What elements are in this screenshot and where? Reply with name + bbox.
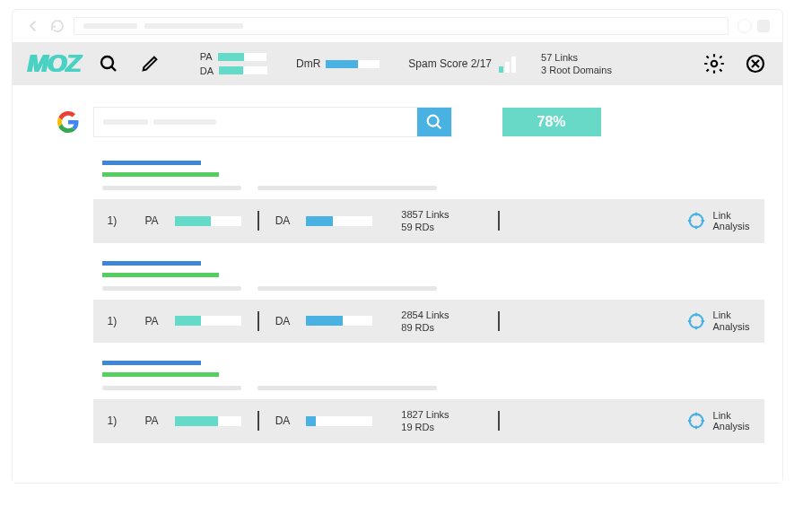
browser-chrome — [13, 10, 782, 42]
result-metrics: 1) PA DA 3857 Links 59 RDs Link Analysis — [93, 199, 764, 243]
target-icon — [686, 211, 706, 231]
divider — [498, 411, 500, 431]
svg-point-6 — [689, 414, 702, 428]
link-analysis-line2: Analysis — [713, 321, 750, 333]
dmr-label: DmR — [296, 57, 320, 70]
link-analysis-line1: Link — [713, 410, 750, 422]
result-pa-label: PA — [145, 315, 159, 327]
url-bar[interactable] — [74, 17, 729, 35]
search-result: 1) PA DA 3857 Links 59 RDs Link Analysis — [57, 161, 746, 243]
result-da-bar — [306, 216, 372, 226]
result-da-label: DA — [275, 414, 291, 427]
target-icon — [686, 311, 706, 331]
link-analysis-button[interactable]: Link Analysis — [686, 210, 750, 232]
result-links-col: 1827 Links 19 RDs — [401, 408, 482, 434]
back-button[interactable] — [25, 18, 41, 34]
da-bar — [219, 66, 267, 74]
result-pa-label: PA — [145, 214, 159, 227]
spam-bars — [499, 55, 516, 73]
result-pa-label: PA — [145, 414, 159, 427]
divider — [257, 311, 259, 331]
result-url-skeleton — [102, 372, 219, 377]
result-title-skeleton — [102, 361, 201, 365]
svg-point-4 — [689, 214, 702, 228]
result-da-label: DA — [275, 214, 291, 227]
target-icon — [686, 411, 706, 431]
result-pa-bar — [175, 416, 241, 426]
svg-point-1 — [711, 61, 717, 67]
result-title-skeleton — [102, 261, 201, 266]
result-desc-skeleton — [102, 186, 746, 190]
moz-logo: MOZ — [27, 49, 80, 78]
result-da-label: DA — [275, 315, 291, 327]
main-content: 78% 1) PA DA 3857 Links 59 RDs Link — [13, 85, 782, 483]
link-analysis-line1: Link — [713, 210, 750, 222]
result-links-col: 2854 Links 89 RDs — [401, 309, 482, 335]
window-control-square[interactable] — [757, 20, 770, 32]
result-links-col: 3857 Links 59 RDs — [401, 208, 482, 234]
result-links: 2854 Links — [401, 309, 482, 321]
search-input[interactable] — [94, 108, 417, 136]
result-metrics: 1) PA DA 1827 Links 19 RDs Link Analysis — [93, 399, 764, 443]
link-analysis-line2: Analysis — [713, 421, 750, 432]
divider — [257, 211, 259, 231]
pencil-icon[interactable] — [137, 51, 162, 76]
chrome-controls — [737, 19, 770, 33]
search-submit-button[interactable] — [417, 108, 451, 136]
result-rds: 89 RDs — [401, 321, 482, 334]
dmr-bar — [326, 60, 380, 68]
browser-window: MOZ PA DA DmR Spam Score 2/17 — [12, 9, 783, 484]
percentage-badge: 78% — [502, 108, 601, 136]
result-url-skeleton — [102, 172, 219, 177]
result-desc-skeleton — [102, 286, 746, 291]
links-count: 57 Links — [541, 51, 612, 64]
pa-bar — [218, 53, 266, 61]
spam-label: Spam Score 2/17 — [408, 57, 492, 70]
link-stats: 57 Links 3 Root Domains — [541, 51, 612, 77]
result-url-skeleton — [102, 273, 219, 277]
link-analysis-line1: Link — [713, 310, 750, 321]
da-label: DA — [200, 65, 214, 76]
result-rds: 19 RDs — [401, 421, 482, 433]
close-icon[interactable] — [743, 51, 768, 76]
result-pa-bar — [175, 316, 241, 326]
result-pa-bar — [175, 216, 241, 226]
dmr-block: DmR — [296, 57, 380, 70]
result-title-skeleton — [102, 161, 201, 165]
result-links: 3857 Links — [401, 208, 482, 221]
result-da-bar — [306, 416, 372, 426]
result-rds: 59 RDs — [401, 221, 482, 233]
root-domains-count: 3 Root Domains — [541, 64, 612, 76]
link-analysis-line2: Analysis — [713, 221, 750, 232]
result-links: 1827 Links — [401, 408, 482, 421]
result-metrics: 1) PA DA 2854 Links 89 RDs Link Analysis — [93, 300, 764, 344]
result-number: 1) — [108, 214, 129, 227]
result-da-bar — [306, 316, 372, 326]
settings-gear-icon[interactable] — [702, 51, 727, 76]
moz-toolbar: MOZ PA DA DmR Spam Score 2/17 — [13, 42, 782, 85]
svg-point-5 — [689, 315, 702, 328]
divider — [498, 211, 500, 231]
divider — [257, 411, 259, 431]
link-analysis-button[interactable]: Link Analysis — [686, 310, 750, 332]
window-control-circle[interactable] — [737, 19, 752, 33]
result-number: 1) — [108, 414, 129, 427]
reload-button[interactable] — [50, 19, 65, 33]
search-row: 78% — [57, 107, 746, 137]
result-number: 1) — [108, 315, 129, 327]
spam-block: Spam Score 2/17 — [408, 55, 516, 73]
search-result: 1) PA DA 2854 Links 89 RDs Link Analysis — [57, 261, 746, 344]
google-icon — [57, 111, 79, 133]
search-box — [93, 107, 452, 137]
result-desc-skeleton — [102, 386, 746, 390]
search-icon[interactable] — [96, 51, 121, 76]
pa-label: PA — [200, 51, 213, 62]
search-result: 1) PA DA 1827 Links 19 RDs Link Analysis — [57, 361, 746, 443]
link-analysis-button[interactable]: Link Analysis — [686, 410, 750, 432]
divider — [498, 311, 500, 331]
pa-da-block: PA DA — [200, 51, 267, 75]
